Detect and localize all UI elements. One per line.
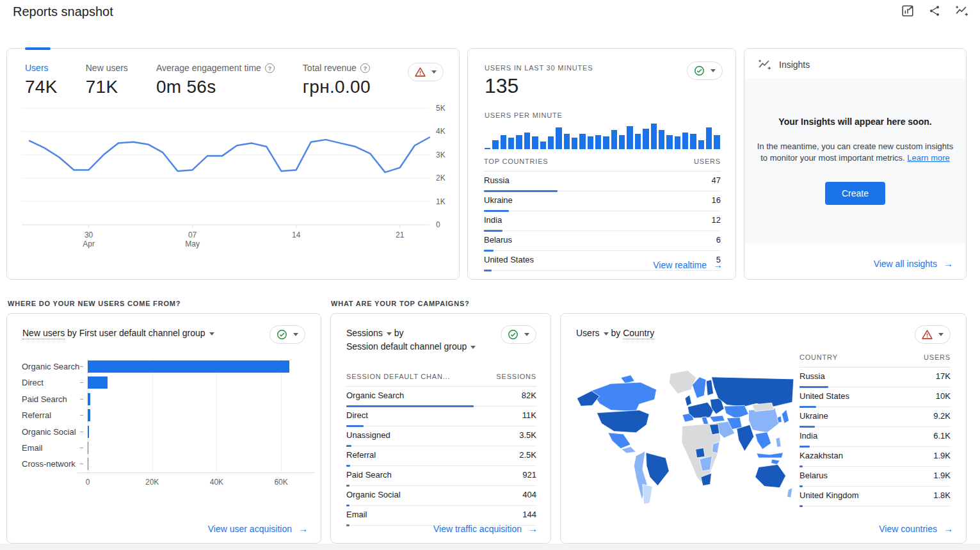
bottom-cards-row: New users by First user default channel …: [6, 313, 967, 544]
minute-bar: [659, 130, 664, 149]
row-value: 3.5K: [519, 430, 536, 440]
view-realtime-link[interactable]: View realtime: [653, 259, 723, 270]
metric-tab-total-revenue[interactable]: Total revenue? грн.0.00: [303, 63, 371, 97]
row-value: 16: [712, 195, 721, 205]
row-bar: [484, 270, 492, 271]
row-value: 1.8K: [933, 490, 951, 500]
table-body: Organic Search82KDirect11KUnassigned3.5K…: [346, 387, 536, 526]
axis-tick-label: 60K: [274, 478, 287, 487]
overview-card: Users 74K New users 71K Average engageme…: [6, 48, 460, 280]
insights-icon[interactable]: [954, 4, 968, 18]
share-icon[interactable]: [928, 4, 942, 18]
minute-bar: [619, 135, 625, 149]
dimension-selector[interactable]: Session default channel group: [346, 341, 467, 352]
table-row: Unassigned3.5K: [346, 426, 536, 446]
users-per-minute-label: USERS PER MINUTE: [485, 111, 563, 119]
warning-icon: [921, 328, 933, 341]
category-label: Organic Social: [22, 427, 76, 437]
create-insight-button[interactable]: Create: [825, 182, 885, 205]
table-row: Paid Search921: [346, 466, 536, 486]
row-label: Organic Search: [346, 391, 404, 400]
minute-bar: [508, 138, 514, 149]
top-cards-row: Users 74K New users 71K Average engageme…: [6, 48, 967, 280]
active-metric-tab-indicator: [25, 47, 51, 50]
warning-icon: [414, 66, 426, 78]
data-quality-pill[interactable]: [687, 61, 723, 80]
metric-value: грн.0.00: [303, 77, 371, 97]
dimension-text: by First user default channel group: [67, 328, 205, 338]
row-label: United States: [484, 255, 534, 264]
minute-bar: [690, 134, 696, 149]
realtime-card: USERS IN LAST 30 MINUTES 135 USERS PER M…: [467, 48, 736, 280]
bar-row: Cross-network: [16, 456, 314, 472]
bar: [88, 376, 108, 389]
minute-bar: [682, 133, 688, 149]
row-value: 17K: [936, 371, 951, 381]
chevron-down-icon[interactable]: [604, 332, 609, 336]
minute-bar: [492, 140, 498, 149]
table-row: Direct11K: [346, 407, 536, 426]
table-row: Belarus1.9K: [799, 467, 951, 487]
view-all-insights-link[interactable]: View all insights: [874, 258, 953, 269]
bar-row: Paid Search: [16, 391, 314, 407]
svg-text:07: 07: [188, 231, 197, 239]
row-label: Unassigned: [346, 430, 390, 440]
row-label: United States: [799, 391, 849, 401]
table-row: Russia47: [484, 172, 721, 191]
user-acquisition-card: New users by First user default channel …: [6, 313, 321, 544]
row-label: Ukraine: [484, 195, 513, 205]
minute-bar: [595, 135, 601, 149]
section-title-new-users: WHERE DO YOUR NEW USERS COME FROM?: [8, 300, 181, 307]
help-icon[interactable]: ?: [265, 63, 275, 73]
countries-table: COUNTRY USERS Russia17KUnited States10KU…: [799, 353, 951, 506]
row-label: United Kingdom: [799, 490, 859, 500]
category-tick: [80, 432, 83, 432]
svg-text:1K: 1K: [436, 197, 446, 206]
metric-selector[interactable]: Users: [576, 328, 600, 338]
view-countries-link[interactable]: View countries: [879, 523, 953, 534]
data-quality-pill[interactable]: [915, 325, 951, 344]
row-value: 1.9K: [933, 471, 951, 480]
svg-text:0: 0: [436, 220, 440, 229]
data-quality-pill[interactable]: [501, 325, 536, 344]
card-title: Sessions by Session default channel grou…: [346, 327, 476, 353]
realtime-users-value: 135: [485, 74, 518, 98]
help-icon[interactable]: ?: [360, 63, 370, 73]
view-traffic-acquisition-link[interactable]: View traffic acquisition: [433, 523, 538, 534]
check-circle-icon: [507, 328, 519, 341]
metric-label: Average engagement time: [156, 63, 261, 73]
minute-bar: [627, 126, 632, 149]
insights-body: In the meantime, you can create new cust…: [754, 141, 956, 164]
customize-report-icon[interactable]: [901, 4, 915, 18]
metric-tab-users[interactable]: Users 74K: [25, 63, 58, 97]
row-label: Belarus: [799, 471, 828, 480]
column-header: SESSION DEFAULT CHAN...: [346, 373, 450, 380]
category-label: Email: [22, 443, 43, 453]
data-quality-pill[interactable]: [269, 325, 305, 344]
row-value: 2.5K: [519, 450, 536, 460]
world-map: [571, 368, 796, 510]
learn-more-link[interactable]: Learn more: [907, 153, 949, 163]
demographics-card: Users by Country: [560, 313, 967, 544]
chevron-down-icon: [293, 333, 298, 336]
traffic-acquisition-card: Sessions by Session default channel grou…: [330, 313, 551, 544]
data-quality-pill[interactable]: [408, 63, 444, 81]
metric-tab-avg-engagement-time[interactable]: Average engagement time? 0m 56s: [156, 63, 275, 97]
column-header: USERS: [694, 158, 721, 165]
chevron-down-icon[interactable]: [209, 332, 214, 336]
metric-tab-new-users[interactable]: New users 71K: [86, 63, 128, 97]
check-circle-icon: [693, 65, 705, 77]
scroll-divider: [0, 544, 980, 550]
bar-row: Direct: [16, 375, 314, 391]
chevron-down-icon[interactable]: [387, 332, 392, 336]
dimension-selector[interactable]: Country: [623, 328, 654, 339]
row-label: Russia: [799, 371, 825, 381]
metric-selector[interactable]: New users: [22, 328, 65, 339]
row-label: Ukraine: [799, 411, 828, 421]
by-text: by: [394, 328, 404, 338]
metric-selector[interactable]: Sessions: [346, 328, 383, 338]
row-value: 82K: [522, 391, 536, 400]
chevron-down-icon[interactable]: [470, 346, 476, 349]
view-user-acquisition-link[interactable]: View user acquisition: [208, 523, 308, 534]
table-row: Kazakhstan1.9K: [799, 447, 951, 467]
